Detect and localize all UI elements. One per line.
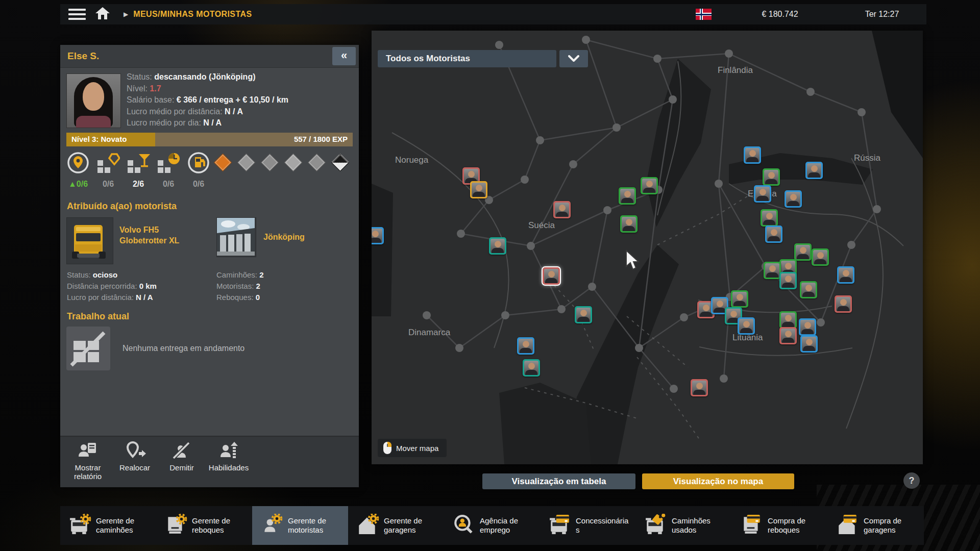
garage-card-icon [835, 514, 860, 537]
driver-marker[interactable] [764, 262, 781, 279]
driver-marker[interactable] [765, 226, 782, 243]
trailer-gear-icon [163, 514, 188, 537]
driver-marker[interactable] [779, 327, 797, 344]
breadcrumb: MEUS/MINHAS MOTORISTAS [133, 10, 252, 19]
skill-long-distance[interactable]: ▲0/6 [66, 151, 90, 189]
driver-marker[interactable] [489, 237, 506, 255]
driver-marker[interactable] [691, 379, 708, 396]
skill-high-value-cargo[interactable]: 0/6 [96, 151, 120, 189]
truck-status: ocioso [93, 270, 117, 279]
driver-marker[interactable] [619, 187, 636, 205]
avg-profit-distance: N / A [225, 107, 243, 116]
no-job-text: Nenhuma entrega em andamento [122, 344, 244, 353]
nav-truck_gear[interactable]: Gerente de caminhões [60, 506, 156, 545]
driver-marker[interactable] [799, 318, 816, 336]
nav-garage_card[interactable]: Compra de garagens [828, 506, 924, 545]
menu-icon[interactable] [68, 9, 86, 20]
skill-eco-driving[interactable]: 0/6 [187, 151, 210, 189]
driver-marker-photo [807, 163, 821, 178]
nav-garage_gear[interactable]: Gerente de garagens [348, 506, 444, 545]
driver-marker[interactable] [837, 266, 854, 284]
driver-marker[interactable] [575, 306, 592, 323]
collapse-panel-button[interactable]: « [332, 47, 356, 65]
garage-trailers: 0 [256, 293, 260, 302]
driver-marker-photo [839, 268, 853, 282]
driver-marker[interactable] [800, 335, 818, 353]
driver-marker[interactable] [744, 146, 761, 164]
country-label-suécia: Suécia [528, 220, 555, 231]
driver-marker[interactable] [738, 317, 755, 335]
driver-marker[interactable] [620, 215, 638, 233]
skill-urgent-delivery[interactable]: 0/6 [157, 151, 180, 189]
garage-trucks: 2 [259, 270, 263, 279]
country-label-rússia: Rússia [854, 153, 880, 163]
driver-marker-photo [836, 297, 850, 311]
driver-marker[interactable] [372, 227, 384, 244]
skill-count: 0/6 [187, 180, 210, 189]
nav-trailer_card[interactable]: Compra de reboques [732, 506, 828, 545]
truck-gear-icon [67, 514, 92, 537]
money-display[interactable]: € 180.742 [739, 4, 821, 24]
driver-panel-header: Else S. « [60, 45, 359, 68]
no-job-icon [66, 327, 110, 370]
top-bar: ▶ MEUS/MINHAS MOTORISTAS € 180.742 Ter 1… [60, 4, 926, 24]
driver-exp: 557 / 1800 EXP [294, 135, 348, 143]
move-map-hint: Mover mapa [378, 439, 447, 457]
driver-marker-selected[interactable] [543, 267, 560, 285]
driver-marker-photo [767, 227, 781, 241]
driver-marker[interactable] [800, 281, 817, 298]
nav-label: Agência de emprego [480, 516, 533, 535]
nav-trailer_gear[interactable]: Gerente de reboques [156, 506, 252, 545]
driver-marker-photo [781, 273, 795, 288]
nav-used_tag[interactable]: Caminhões usados [636, 506, 732, 545]
driver-marker[interactable] [731, 290, 748, 308]
driver-map[interactable]: FinlândiaNoruegaSuéciaEstôniaRússiaDinam… [372, 31, 923, 464]
driver-marker[interactable] [779, 272, 797, 289]
driver-marker[interactable] [805, 162, 823, 179]
driver-marker[interactable] [835, 295, 852, 313]
driver-marker[interactable] [761, 209, 778, 227]
driver-marker-photo [762, 211, 776, 225]
action-label: Mostrar relatório [64, 463, 111, 481]
high-value-cargo-icon [96, 151, 120, 177]
driver-rank: Nível 3: Novato [71, 135, 127, 143]
driver-marker[interactable] [779, 311, 797, 329]
help-button[interactable]: ? [903, 472, 920, 489]
home-icon[interactable] [95, 7, 110, 22]
driver-marker-photo [745, 148, 760, 162]
current-job-header: Trabalho atual [67, 311, 129, 322]
table-view-button[interactable]: Visualização em tabela [482, 473, 635, 489]
norway-flag-icon[interactable] [696, 9, 712, 20]
action-label: Habilidades [205, 463, 252, 472]
driver-marker[interactable] [641, 177, 658, 194]
nav-dealer_card[interactable]: Concessionárias [540, 506, 636, 545]
skills-button[interactable]: Habilidades [205, 441, 252, 487]
driver-marker-photo [372, 229, 382, 243]
nav-driver_gear[interactable]: Gerente de motoristas [252, 506, 348, 545]
assigned-truck-name[interactable]: Volvo FH5 Globetrotter XL [119, 224, 201, 246]
driver-marker[interactable] [754, 185, 771, 203]
driver-marker[interactable] [553, 201, 571, 218]
driver-marker[interactable] [785, 190, 802, 208]
driver-marker[interactable] [812, 248, 829, 266]
relocate-button[interactable]: Realocar [111, 441, 158, 487]
driver-marker[interactable] [470, 181, 487, 198]
report-button[interactable]: Mostrar relatório [64, 441, 111, 487]
driver-marker[interactable] [523, 359, 540, 377]
assigned-truck-thumbnail[interactable] [66, 217, 113, 264]
map-view-button[interactable]: Visualização no mapa [642, 473, 794, 489]
driver-info: Status: descansando (Jönköping) Nível: 1… [127, 71, 288, 129]
nav-label: Compra de garagens [864, 516, 917, 535]
assigned-garage-name[interactable]: Jönköping [263, 232, 305, 242]
assigned-header: Atribuído a(ao) motorista [67, 201, 177, 212]
dropdown-chevron-icon[interactable] [559, 50, 588, 67]
driver-marker[interactable] [763, 168, 780, 186]
driver-filter-dropdown[interactable]: Todos os Motoristas [378, 50, 556, 67]
skill-count: 0/6 [157, 180, 180, 189]
driver-marker[interactable] [517, 337, 534, 355]
assigned-garage-thumbnail[interactable] [216, 217, 256, 257]
driver-marker[interactable] [794, 243, 812, 261]
dismiss-button[interactable]: Demitir [158, 441, 205, 487]
nav-agency_search[interactable]: Agência de emprego [444, 506, 540, 545]
skill-fragile-cargo[interactable]: 2/6 [127, 151, 150, 189]
